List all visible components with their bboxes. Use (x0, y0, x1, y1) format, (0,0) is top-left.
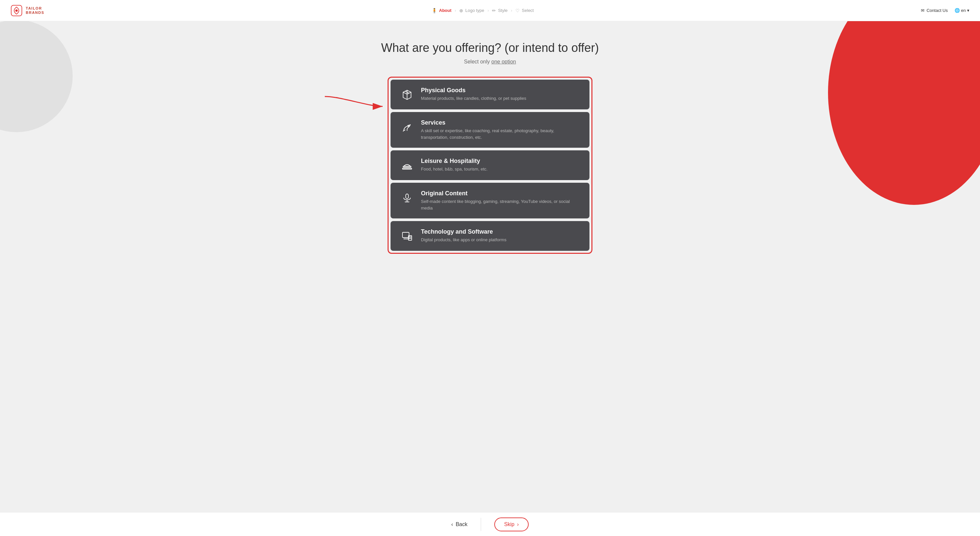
nav-step-select-label: Select (522, 8, 534, 13)
original-content-desc: Self-made content like blogging, gaming,… (421, 198, 580, 211)
original-content-text: Original Content Self-made content like … (421, 190, 580, 211)
leisure-title: Leisure & Hospitality (421, 157, 488, 165)
nav-step-logotype-label: Logo type (465, 8, 484, 13)
footer: ‹ Back Skip › (0, 512, 980, 536)
nav-step-about-label: About (439, 8, 452, 13)
svg-rect-9 (402, 232, 409, 238)
nav-right: ✉ Contact Us 🌐 en ▾ (921, 8, 969, 13)
nav-step-style[interactable]: ✏ Style (492, 8, 508, 13)
heart-icon: ♡ (515, 8, 520, 13)
svg-point-1 (15, 9, 18, 11)
person-icon: 🧍 (431, 8, 437, 13)
tech-software-desc: Digital products, like apps or online pl… (421, 237, 506, 243)
chevron-left-icon: ‹ (451, 522, 453, 527)
option-services[interactable]: Services A skill set or expertise, like … (391, 112, 589, 148)
original-content-title: Original Content (421, 190, 580, 197)
nav-step-logotype[interactable]: ⊕ Logo type (459, 8, 484, 13)
physical-goods-icon (400, 87, 414, 102)
options-wrapper: Physical Goods Material products, like c… (388, 77, 592, 254)
tech-software-icon (400, 229, 414, 243)
physical-goods-title: Physical Goods (421, 87, 527, 94)
arrow-annotation (321, 90, 388, 124)
page-title: What are you offering? (or intend to off… (381, 41, 599, 55)
subtitle-prefix: Select only (464, 59, 491, 64)
nav-step-about[interactable]: 🧍 About (431, 8, 452, 13)
chevron-3: › (511, 8, 512, 13)
back-label: Back (456, 522, 468, 527)
option-tech-software[interactable]: Technology and Software Digital products… (391, 221, 589, 251)
option-original-content[interactable]: Original Content Self-made content like … (391, 183, 589, 218)
services-desc: A skill set or expertise, like coaching,… (421, 127, 580, 140)
logo[interactable]: TAILOR BRANDS (11, 5, 44, 16)
footer-divider (481, 518, 481, 531)
skip-label: Skip (504, 522, 514, 527)
layers-icon: ⊕ (459, 8, 463, 13)
options-border: Physical Goods Material products, like c… (388, 77, 592, 254)
svg-rect-6 (406, 194, 408, 199)
lang-label: en (961, 8, 966, 13)
main-content: What are you offering? (or intend to off… (0, 21, 980, 293)
services-text: Services A skill set or expertise, like … (421, 119, 580, 140)
chevron-down-icon: ▾ (967, 8, 969, 13)
logo-icon (11, 5, 22, 16)
skip-button[interactable]: Skip › (494, 517, 529, 531)
logo-line2: BRANDS (26, 11, 44, 14)
chevron-right-icon: › (517, 522, 519, 527)
physical-goods-text: Physical Goods Material products, like c… (421, 87, 527, 102)
lang-selector[interactable]: 🌐 en ▾ (955, 8, 969, 13)
contact-us-label: Contact Us (926, 8, 948, 13)
mail-icon: ✉ (921, 8, 924, 13)
nav-steps: 🧍 About › ⊕ Logo type › ✏ Style › ♡ Sele… (431, 8, 534, 13)
physical-goods-desc: Material products, like candles, clothin… (421, 95, 527, 102)
services-icon (400, 120, 414, 135)
option-physical-goods[interactable]: Physical Goods Material products, like c… (391, 80, 589, 110)
globe-icon: 🌐 (955, 8, 960, 13)
leisure-text: Leisure & Hospitality Food, hotel, b&b, … (421, 157, 488, 172)
original-content-icon (400, 191, 414, 205)
logo-line1: TAILOR (26, 6, 44, 10)
leisure-icon (400, 158, 414, 173)
pen-icon: ✏ (492, 8, 496, 13)
chevron-2: › (487, 8, 489, 13)
back-button[interactable]: ‹ Back (451, 522, 468, 527)
option-leisure[interactable]: Leisure & Hospitality Food, hotel, b&b, … (391, 150, 589, 180)
services-title: Services (421, 119, 580, 126)
leisure-desc: Food, hotel, b&b, spa, tourism, etc. (421, 166, 488, 172)
navbar: TAILOR BRANDS 🧍 About › ⊕ Logo type › ✏ … (0, 0, 980, 21)
nav-step-select[interactable]: ♡ Select (515, 8, 534, 13)
contact-us-link[interactable]: ✉ Contact Us (921, 8, 948, 13)
logo-text: TAILOR BRANDS (26, 6, 44, 14)
tech-software-title: Technology and Software (421, 228, 506, 235)
subtitle-highlight: one option (491, 59, 516, 64)
chevron-1: › (455, 8, 456, 13)
svg-rect-5 (402, 168, 412, 169)
options-list: Physical Goods Material products, like c… (391, 80, 589, 251)
page-subtitle: Select only one option (464, 59, 516, 65)
tech-software-text: Technology and Software Digital products… (421, 228, 506, 243)
svg-rect-4 (403, 166, 411, 167)
nav-step-style-label: Style (498, 8, 508, 13)
